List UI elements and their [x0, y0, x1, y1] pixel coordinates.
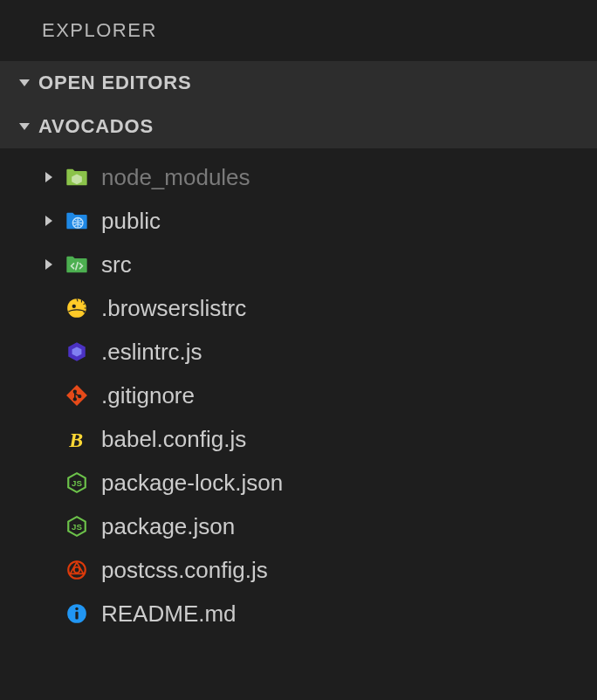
- npm-icon: JS: [63, 512, 91, 540]
- git-icon: [63, 381, 91, 409]
- chevron-right-icon: [38, 170, 59, 184]
- svg-rect-13: [75, 612, 78, 620]
- tree-item-label: node_modules: [101, 164, 250, 191]
- svg-point-12: [75, 607, 78, 610]
- tree-item-label: .browserslistrc: [101, 295, 246, 322]
- chevron-right-icon: [38, 214, 59, 228]
- svg-text:B: B: [68, 429, 83, 450]
- tree-item-label: postcss.config.js: [101, 557, 268, 584]
- svg-text:JS: JS: [72, 522, 82, 532]
- folder-node-icon: [63, 163, 91, 191]
- svg-text:JS: JS: [72, 478, 82, 488]
- file-tree: node_modules public src: [0, 148, 597, 635]
- svg-point-2: [72, 305, 76, 308]
- tree-file-package-lock[interactable]: JS package-lock.json: [0, 461, 597, 504]
- tree-file-package-json[interactable]: JS package.json: [0, 504, 597, 548]
- tree-item-label: babel.config.js: [101, 426, 246, 453]
- tree-file-browserslistrc[interactable]: .browserslistrc: [0, 286, 597, 330]
- tree-folder-node-modules[interactable]: node_modules: [0, 155, 597, 199]
- tree-item-label: package-lock.json: [101, 470, 283, 497]
- svg-point-9: [68, 561, 86, 579]
- tree-file-gitignore[interactable]: .gitignore: [0, 374, 597, 417]
- tree-item-label: src: [101, 251, 132, 278]
- folder-src-icon: [63, 250, 91, 278]
- svg-point-10: [74, 567, 80, 573]
- svg-point-1: [67, 299, 86, 318]
- tree-folder-public[interactable]: public: [0, 199, 597, 243]
- babel-icon: B: [63, 425, 91, 453]
- eslint-icon: [63, 338, 91, 366]
- tree-file-babel-config[interactable]: B babel.config.js: [0, 417, 597, 461]
- workspace-section[interactable]: AVOCADOS: [0, 105, 597, 148]
- tree-item-label: .gitignore: [101, 382, 195, 409]
- info-icon: [63, 600, 91, 628]
- chevron-down-icon: [14, 76, 35, 90]
- tree-file-readme[interactable]: README.md: [0, 592, 597, 635]
- open-editors-label: OPEN EDITORS: [38, 72, 191, 94]
- tree-folder-src[interactable]: src: [0, 243, 597, 286]
- tree-file-eslintrc[interactable]: .eslintrc.js: [0, 330, 597, 374]
- open-editors-section[interactable]: OPEN EDITORS: [0, 61, 597, 105]
- tree-file-postcss-config[interactable]: postcss.config.js: [0, 548, 597, 592]
- explorer-panel-title: EXPLORER: [0, 0, 597, 61]
- tree-item-label: package.json: [101, 513, 235, 540]
- chevron-right-icon: [38, 257, 59, 271]
- workspace-label: AVOCADOS: [38, 115, 154, 138]
- tree-item-label: README.md: [101, 600, 237, 628]
- chevron-down-icon: [14, 120, 35, 134]
- postcss-icon: [63, 556, 91, 584]
- tree-item-label: .eslintrc.js: [101, 339, 202, 366]
- folder-public-icon: [63, 207, 91, 235]
- npm-icon: JS: [63, 469, 91, 497]
- browserslist-icon: [63, 294, 91, 322]
- tree-item-label: public: [101, 208, 161, 235]
